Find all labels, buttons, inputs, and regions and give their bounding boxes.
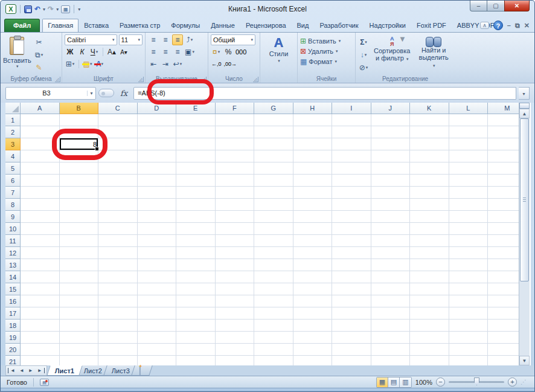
- cell-B10[interactable]: [60, 223, 99, 235]
- italic-button[interactable]: К: [77, 47, 88, 57]
- format-cells-button[interactable]: ▦ Формат ▾: [300, 57, 353, 66]
- delete-cells-dropdown[interactable]: ▾: [336, 49, 338, 54]
- cell-G19[interactable]: [254, 332, 293, 344]
- cell-D12[interactable]: [138, 247, 177, 259]
- cell-B9[interactable]: [60, 211, 99, 223]
- cell-K4[interactable]: [410, 150, 449, 162]
- page-layout-view-button[interactable]: ▤: [388, 378, 400, 387]
- cell-A10[interactable]: [21, 223, 60, 235]
- cell-H10[interactable]: [293, 223, 333, 235]
- cell-D11[interactable]: [138, 235, 177, 247]
- styles-button[interactable]: А Стили ▾: [263, 34, 295, 65]
- cell-F18[interactable]: [216, 320, 255, 332]
- merge-dropdown[interactable]: ▾: [192, 50, 194, 54]
- cell-B21[interactable]: [60, 356, 99, 365]
- cell-C2[interactable]: [98, 126, 138, 138]
- cell-D21[interactable]: [138, 356, 177, 365]
- cell-E3[interactable]: [176, 138, 216, 150]
- cell-J14[interactable]: [371, 271, 411, 283]
- orientation-button[interactable]: ⤴▾: [184, 34, 195, 45]
- cell-G8[interactable]: [254, 199, 293, 211]
- collapse-ribbon-icon[interactable]: ∧: [480, 22, 489, 29]
- font-color-dropdown[interactable]: ▾: [101, 62, 104, 66]
- cell-H16[interactable]: [293, 295, 333, 307]
- cell-E13[interactable]: [176, 259, 216, 271]
- cell-F7[interactable]: [216, 187, 255, 199]
- cell-G11[interactable]: [254, 235, 293, 247]
- clear-dropdown[interactable]: ▾: [366, 65, 368, 70]
- cell-K3[interactable]: [410, 138, 449, 150]
- cell-C12[interactable]: [98, 247, 138, 259]
- row-header-19[interactable]: 19: [5, 332, 21, 344]
- zoom-out-button[interactable]: −: [436, 378, 445, 387]
- cell-A16[interactable]: [21, 295, 60, 307]
- align-bottom-button[interactable]: ≡: [172, 34, 183, 45]
- cell-C16[interactable]: [98, 295, 138, 307]
- zoom-in-button[interactable]: +: [508, 378, 517, 387]
- cell-H9[interactable]: [293, 211, 333, 223]
- sheet-tab-лист1[interactable]: Лист1: [46, 365, 83, 376]
- align-middle-button[interactable]: ≡: [160, 34, 171, 45]
- prev-sheet-icon[interactable]: ◄: [18, 368, 26, 373]
- column-header-I[interactable]: I: [332, 103, 371, 114]
- cell-K17[interactable]: [410, 307, 449, 320]
- font-size-select[interactable]: 11 ▾: [119, 34, 143, 45]
- find-select-dropdown[interactable]: ▾: [433, 63, 435, 68]
- cell-C17[interactable]: [98, 307, 138, 320]
- column-header-C[interactable]: C: [98, 103, 138, 114]
- redo-dropdown[interactable]: ▾: [56, 7, 59, 12]
- cell-D10[interactable]: [138, 223, 177, 235]
- cell-G18[interactable]: [254, 320, 293, 332]
- vertical-split-handle[interactable]: [519, 103, 530, 109]
- cell-F1[interactable]: [216, 114, 255, 126]
- cell-K11[interactable]: [410, 235, 449, 247]
- cell-B20[interactable]: [60, 344, 99, 356]
- cell-D6[interactable]: [138, 175, 177, 187]
- font-dialog-launcher-icon[interactable]: ◿: [138, 77, 144, 82]
- cell-J13[interactable]: [371, 259, 411, 271]
- cell-B19[interactable]: [60, 332, 99, 344]
- cell-F6[interactable]: [216, 175, 255, 187]
- cell-B16[interactable]: [60, 295, 99, 307]
- row-header-3[interactable]: 3: [5, 138, 21, 150]
- cell-J3[interactable]: [371, 138, 411, 150]
- cell-I6[interactable]: [332, 175, 371, 187]
- copy-dropdown[interactable]: ▾: [41, 53, 43, 57]
- cell-F14[interactable]: [216, 271, 255, 283]
- cell-L19[interactable]: [449, 332, 489, 344]
- cell-E7[interactable]: [176, 187, 216, 199]
- underline-button[interactable]: Ч▾: [89, 47, 100, 57]
- grow-font-button[interactable]: А▴: [106, 47, 117, 57]
- expand-formula-bar-icon[interactable]: ▾: [519, 87, 530, 100]
- cell-C14[interactable]: [98, 271, 138, 283]
- cell-H12[interactable]: [293, 247, 333, 259]
- cell-E15[interactable]: [176, 283, 216, 295]
- cell-K19[interactable]: [410, 332, 449, 344]
- cell-G10[interactable]: [254, 223, 293, 235]
- cell-L2[interactable]: [449, 126, 489, 138]
- cell-I19[interactable]: [332, 332, 371, 344]
- cell-H4[interactable]: [293, 150, 333, 162]
- sort-filter-dropdown[interactable]: ▾: [406, 57, 409, 61]
- cell-F9[interactable]: [216, 211, 255, 223]
- workbook-minimize-icon[interactable]: –: [507, 22, 511, 29]
- copy-button[interactable]: ⧉▾: [34, 50, 45, 60]
- vertical-scroll-track[interactable]: [519, 281, 530, 355]
- cell-E9[interactable]: [176, 211, 216, 223]
- cell-K7[interactable]: [410, 187, 449, 199]
- row-header-18[interactable]: 18: [5, 320, 21, 332]
- clipboard-dialog-launcher-icon[interactable]: ◿: [55, 77, 60, 82]
- cell-C4[interactable]: [98, 150, 138, 162]
- cell-J7[interactable]: [371, 187, 411, 199]
- cell-C5[interactable]: [98, 162, 138, 175]
- cell-B15[interactable]: [60, 283, 99, 295]
- cell-E17[interactable]: [176, 307, 216, 320]
- font-name-select[interactable]: Calibri ▾: [65, 34, 117, 45]
- cell-L12[interactable]: [449, 247, 489, 259]
- cell-D15[interactable]: [138, 283, 177, 295]
- row-header-8[interactable]: 8: [5, 199, 21, 211]
- cell-L6[interactable]: [449, 175, 489, 187]
- maximize-button[interactable]: ▢: [487, 1, 504, 11]
- format-cells-dropdown[interactable]: ▾: [335, 59, 337, 64]
- merge-center-button[interactable]: ▣▾: [184, 47, 195, 57]
